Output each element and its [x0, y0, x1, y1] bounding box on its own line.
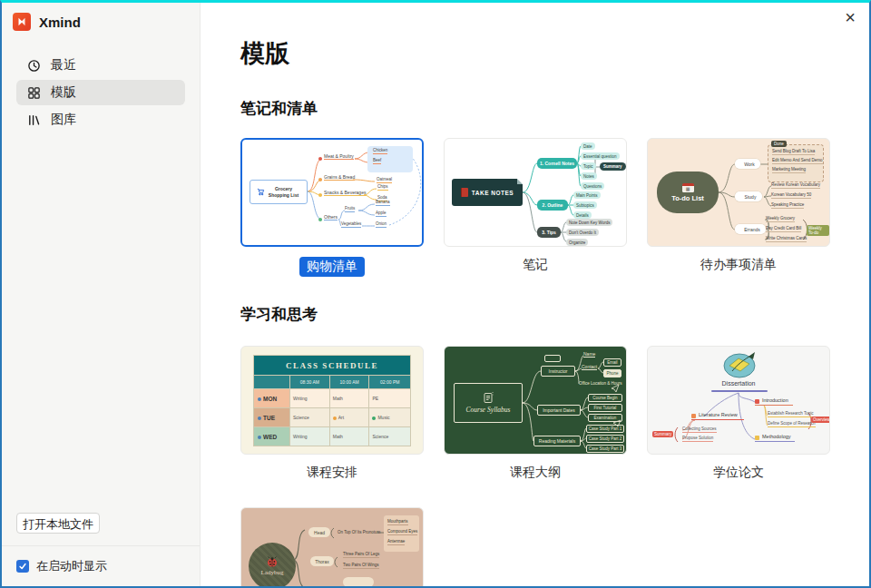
template-card-ladybug[interactable]: Ladybug Head On Top Of Its Pronotum Mout…	[240, 507, 424, 586]
topic: Essential question	[581, 152, 620, 160]
template-label: 课程安排	[240, 465, 424, 481]
branch-underline	[691, 419, 744, 420]
schedule-cell: Writing	[290, 427, 330, 446]
topic: To-do List	[671, 194, 704, 202]
topic: Grocery Shopping List	[267, 186, 301, 198]
labels-row-2: 课程安排 课程大纲 学位论文	[240, 465, 869, 481]
template-card-course-syllabus[interactable]: Course Syllabus Instructor Name Contact …	[444, 346, 627, 455]
topic: Case Study Part 3	[586, 445, 624, 453]
schedule-cell: Science	[369, 427, 411, 446]
template-card-take-notes[interactable]: TAKE NOTES 1. Cornell Notes Date Essenti…	[444, 138, 627, 247]
summary-tag: Summary	[652, 431, 673, 437]
topic: Name	[583, 351, 595, 358]
day-label: WED	[263, 434, 277, 440]
time-header: 02:00 PM	[369, 376, 411, 389]
sidebar-item-templates[interactable]: 模版	[16, 80, 185, 105]
section-title-notes-lists: 笔记和清单	[240, 99, 869, 119]
template-card-grocery-list[interactable]: Grocery Shopping List Meat & Poultry Chi…	[240, 138, 424, 247]
topic: Speaking Practice	[771, 202, 804, 209]
day-cell: TUE	[254, 408, 290, 427]
marker-square	[755, 436, 759, 440]
main-panel: × 模版 笔记和清单	[201, 3, 869, 586]
topic: Banana	[376, 200, 390, 206]
topic: Korean Vocabulary 50	[771, 192, 811, 199]
schedule-corner	[254, 376, 290, 389]
sidebar-item-recent[interactable]: 最近	[16, 53, 185, 78]
topic: Two Pairs Of Wings	[343, 563, 379, 569]
topic: Write Christmas Cards	[766, 236, 807, 242]
topic: Oatmeal	[377, 177, 392, 183]
topic: Literature Review	[699, 412, 738, 418]
template-card-todo-list[interactable]: ▦ To-do List Done Work Send Blog Draft T…	[647, 138, 830, 247]
show-on-startup-checkbox[interactable]	[16, 560, 29, 573]
topic: Examination	[588, 414, 622, 422]
sidebar: Xmind 最近 模版 图库 打开本地文件 在启动时显示	[2, 3, 201, 586]
sidebar-item-label: 最近	[51, 57, 76, 74]
cards-row-1: Grocery Shopping List Meat & Poultry Chi…	[240, 138, 869, 247]
topic: Define Scope of Research	[768, 421, 816, 427]
topic: Errands	[735, 224, 766, 234]
topic: Organize	[566, 239, 588, 246]
topic: Beef	[373, 158, 381, 164]
schedule-table: CLASS SCHEDULE 08:30 AM 10:00 AM 02:00 P…	[253, 355, 411, 446]
topic: 2. Outline	[537, 200, 568, 211]
time-header: 08:30 AM	[290, 376, 330, 389]
topic: 3. Tips	[537, 227, 561, 238]
topic: Chicken	[373, 148, 387, 154]
open-local-file-button[interactable]: 打开本地文件	[16, 513, 100, 534]
topic: Others	[324, 214, 338, 220]
day-label: TUE	[263, 415, 275, 421]
schedule-title: CLASS SCHEDULE	[254, 356, 411, 376]
mindmap-tag	[544, 355, 561, 362]
schedule-cell: Science	[290, 408, 330, 427]
schedule-cell: Writing	[290, 389, 330, 408]
schedule-cell: Art	[329, 408, 369, 427]
mindmap-central-topic: TAKE NOTES	[452, 179, 523, 206]
topic: Course Begin	[588, 394, 622, 402]
xmind-template-window: Xmind 最近 模版 图库 打开本地文件 在启动时显示	[0, 0, 871, 588]
section-title-study-thinking: 学习和思考	[240, 305, 869, 325]
subject-icon	[333, 416, 337, 420]
cards-row-2: CLASS SCHEDULE 08:30 AM 10:00 AM 02:00 P…	[240, 346, 869, 455]
day-cell: WED	[254, 427, 290, 446]
close-icon[interactable]: ×	[845, 8, 856, 26]
xmind-logo-icon	[13, 13, 31, 31]
selected-template-label: 购物清单	[299, 257, 365, 277]
marker-dot	[318, 157, 322, 161]
subject-icon	[372, 416, 376, 420]
topic: Note Down Key Words	[566, 219, 612, 226]
mindmap-central-topic: Grocery Shopping List	[250, 180, 308, 204]
mindmap-central-topic: ▦ To-do List	[657, 172, 719, 213]
topic: Onion	[376, 221, 387, 228]
check-icon	[18, 562, 27, 571]
topic: Topic	[581, 162, 596, 170]
topic: TAKE NOTES	[472, 190, 514, 196]
sidebar-item-label: 模版	[51, 84, 76, 101]
page-title: 模版	[240, 38, 869, 69]
topic: Don't Overdo It	[566, 229, 599, 236]
template-label: 课程大纲	[444, 465, 627, 481]
topic: Questions	[581, 182, 604, 190]
topic: Review Korean Vocabulary	[771, 182, 820, 189]
topic: Main Points	[573, 191, 601, 199]
sidebar-item-gallery[interactable]: 图库	[16, 107, 185, 132]
branch-underline	[711, 390, 768, 392]
template-label: 学位论文	[647, 465, 830, 481]
topic: Antennae	[387, 539, 405, 545]
template-label: 笔记	[444, 257, 627, 277]
template-label: 购物清单	[240, 257, 424, 277]
sidebar-bottom: 打开本地文件 在启动时显示	[2, 513, 200, 586]
topic: Compound Eyes	[387, 529, 417, 535]
topic: Email	[603, 358, 621, 367]
template-card-class-schedule[interactable]: CLASS SCHEDULE 08:30 AM 10:00 AM 02:00 P…	[240, 346, 424, 455]
ladybug-icon	[266, 556, 279, 568]
day-icon	[258, 416, 261, 420]
notebook-icon	[461, 188, 468, 197]
template-card-dissertation[interactable]: Dissertation Introduction Establish Rese…	[647, 346, 830, 455]
schedule-cell: Music	[369, 408, 411, 427]
topic: Case Study Part 1	[586, 425, 624, 433]
topic: Case Study Part 2	[586, 435, 624, 443]
day-label: MON	[263, 396, 277, 402]
subject-label: Music	[377, 415, 389, 420]
topic: Apple	[376, 211, 387, 217]
